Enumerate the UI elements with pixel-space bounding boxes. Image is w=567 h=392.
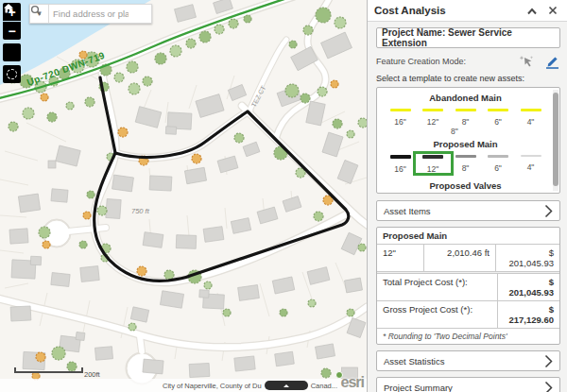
template-item-label: 12" — [427, 117, 438, 127]
line-swatch — [521, 109, 541, 111]
zoom-out-button[interactable]: − — [3, 22, 21, 40]
cost-row-cost: $ 201,045.93 — [496, 245, 559, 271]
locate-icon — [7, 69, 17, 79]
attribution-bar: City of Naperville, County of Du Canad..… — [0, 379, 367, 392]
line-swatch — [521, 155, 541, 157]
line-swatch — [455, 109, 476, 111]
cost-group-header: Proposed Main — [377, 228, 559, 245]
line-swatch — [488, 155, 508, 158]
total-cost-value: $ 201,045.93 — [497, 274, 559, 300]
template-item-label: 12" — [427, 164, 438, 174]
chevron-right-icon — [544, 381, 553, 392]
template-item-label: 8" — [462, 163, 470, 173]
template-item-proposed-16[interactable]: 16" — [385, 152, 416, 174]
chevron-right-icon — [544, 354, 553, 368]
template-item-label: 16" — [394, 164, 405, 174]
template-item-proposed-8[interactable]: 8" — [450, 152, 481, 174]
total-cost-row: Total Project Cost (*): $ 201,045.93 — [377, 274, 559, 301]
scale-bar: 200ft — [14, 367, 83, 373]
cost-analysis-app: Up-720 DWN-719 TEZ CT 750 ft + − ▼ 200ft — [0, 0, 567, 392]
pencil-icon — [544, 54, 560, 69]
line-swatch — [422, 109, 443, 111]
asset-statistics-section[interactable]: Asset Statistics — [376, 350, 560, 371]
template-item-abandoned-12[interactable]: 12" — [418, 106, 449, 127]
template-row-abandoned: 16"12"8"6"4" — [383, 106, 548, 127]
draw-mode-button[interactable] — [544, 54, 560, 69]
search-widget: ▼ — [29, 4, 152, 24]
esri-logo: esri — [334, 374, 367, 392]
map-view[interactable]: Up-720 DWN-719 TEZ CT 750 ft + − ▼ 200ft — [0, 0, 367, 392]
template-group-title-valves: Proposed Valves — [383, 180, 548, 191]
template-item-label: 4" — [527, 117, 535, 127]
smart-select-mode-button[interactable] — [519, 54, 535, 69]
asset-statistics-label: Asset Statistics — [384, 356, 444, 366]
attribution-text-left: City of Naperville, County of Du — [163, 382, 262, 390]
cost-row: 12" 2,010.46 ft $ 201,045.93 — [377, 245, 559, 272]
template-item-proposed-12[interactable]: 12" — [418, 152, 449, 174]
houses — [9, 0, 366, 379]
template-scrollbar-thumb[interactable] — [553, 93, 558, 186]
template-item-abandoned-6[interactable]: 6" — [483, 106, 514, 127]
scale-label: 200ft — [84, 370, 100, 379]
cost-row-size: 12" — [377, 245, 424, 271]
template-instruction: Select a template to create new assets: — [376, 74, 560, 83]
panel-header: Cost Analysis — [368, 0, 567, 22]
close-button[interactable] — [545, 3, 560, 18]
template-item-label: 16" — [394, 117, 405, 127]
locate-button[interactable] — [3, 65, 21, 83]
scale-line — [14, 367, 83, 373]
rounding-note: * Rounding to 'Two Decimal Points' — [377, 329, 559, 344]
line-swatch — [390, 109, 411, 111]
gross-cost-row: Gross Project Cost (*): $ 217,129.60 — [377, 301, 559, 329]
cost-analysis-panel: Cost Analysis Project Name: Sewer Servic… — [367, 0, 567, 392]
line-swatch — [422, 155, 443, 159]
total-cost-label: Total Project Cost (*): — [377, 274, 497, 300]
template-item-abandoned-8[interactable]: 8" — [450, 106, 481, 127]
template-picker: Abandoned Main 16"12"8"6"4" 8" Proposed … — [376, 87, 560, 194]
template-item-abandoned-4[interactable]: 4" — [515, 106, 546, 127]
close-icon — [548, 6, 558, 15]
home-button[interactable] — [3, 43, 21, 61]
template-row-proposed: 16"12"8"6"4" — [383, 152, 548, 174]
project-summary-section[interactable]: Project Summary — [376, 377, 560, 392]
template-group-title-proposed: Proposed Main — [383, 139, 548, 149]
project-summary-label: Project Summary — [384, 383, 453, 392]
search-icon — [30, 5, 42, 16]
template-item-abandoned-16[interactable]: 16" — [385, 106, 416, 127]
distance-label: 750 ft — [131, 207, 150, 215]
gross-cost-label: Gross Project Cost (*): — [377, 301, 497, 328]
template-group-title-abandoned: Abandoned Main — [383, 93, 548, 103]
map-canvas: Up-720 DWN-719 TEZ CT 750 ft — [0, 0, 367, 392]
template-item-abandoned-overflow[interactable]: 8" — [383, 127, 548, 137]
project-name-label: Project Name: Sewer Service Extension — [382, 27, 555, 48]
template-item-proposed-6[interactable]: 6" — [483, 152, 514, 174]
search-input[interactable] — [49, 9, 132, 19]
panel-body: Project Name: Sewer Service Extension Fe… — [368, 22, 567, 392]
line-swatch — [455, 155, 476, 158]
asset-items-section[interactable]: Asset Items — [376, 200, 560, 221]
home-icon — [3, 3, 14, 14]
feature-creation-mode-label: Feature Creation Mode: — [376, 57, 509, 66]
gross-cost-value: $ 217,129.60 — [497, 301, 559, 328]
feature-creation-mode-row: Feature Creation Mode: — [376, 51, 560, 72]
template-item-label: 4" — [527, 162, 535, 172]
collapse-button[interactable] — [524, 3, 540, 18]
chevron-right-icon — [544, 204, 553, 218]
cost-table: Proposed Main 12" 2,010.46 ft $ 201,045.… — [376, 227, 560, 345]
template-item-label: 6" — [494, 163, 502, 173]
project-name-field[interactable]: Project Name: Sewer Service Extension — [376, 27, 560, 48]
panel-title: Cost Analysis — [374, 5, 519, 16]
map-nav-controls: + − — [3, 3, 21, 83]
line-swatch — [488, 109, 508, 111]
cost-row-length: 2,010.46 ft — [424, 245, 496, 271]
esri-globe-icon — [335, 371, 343, 379]
asset-items-label: Asset Items — [384, 206, 431, 216]
line-swatch — [390, 155, 411, 159]
collapse-icon — [526, 7, 538, 15]
attribution-expander[interactable] — [265, 381, 308, 390]
template-item-label: 8" — [462, 117, 470, 127]
template-item-label: 6" — [494, 117, 502, 127]
magic-cursor-icon — [519, 54, 535, 69]
caret-up-icon — [284, 384, 289, 387]
template-item-proposed-4[interactable]: 4" — [515, 152, 546, 174]
